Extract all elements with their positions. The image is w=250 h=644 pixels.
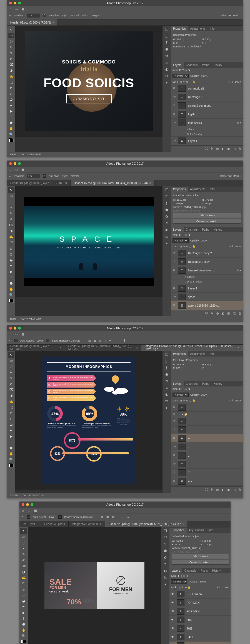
tool-18[interactable]: 🔍 bbox=[8, 132, 14, 137]
tool-13[interactable]: ✒ bbox=[8, 263, 14, 269]
tool-2[interactable]: ◌ bbox=[8, 364, 14, 369]
canvas[interactable]: MODERN INFOGRAPHICS ALorem ipsum dolor s… bbox=[15, 351, 162, 490]
tab-paths[interactable]: Paths bbox=[200, 62, 211, 68]
tool-preset-icon[interactable]: ▭ bbox=[9, 14, 12, 17]
layers-filter[interactable]: Kind◧ T ▭ ◑ bbox=[171, 68, 243, 73]
panel-icon-3[interactable]: ⬢ bbox=[165, 208, 168, 212]
panel-icon-6[interactable]: ◐ bbox=[165, 228, 168, 232]
tool-8[interactable]: ✍ bbox=[8, 73, 14, 79]
edit-contents-button[interactable]: Edit Contents bbox=[173, 213, 241, 218]
tool-3[interactable]: ✂ bbox=[8, 44, 14, 50]
tool-5[interactable]: ✐ bbox=[20, 558, 27, 563]
tool-0[interactable]: ↖ bbox=[20, 528, 27, 534]
visibility-icon[interactable]: 👁 bbox=[172, 304, 176, 307]
tool-8[interactable]: ✍ bbox=[20, 575, 27, 581]
layer-row[interactable]: 👁T... bbox=[171, 443, 243, 451]
tool-1[interactable]: ▭ bbox=[8, 33, 14, 38]
panel-icon-0[interactable]: ❐ bbox=[165, 27, 168, 31]
close-tab-icon[interactable]: × bbox=[52, 21, 54, 24]
layer-row[interactable]: 👁Tfrigilla bbox=[171, 110, 243, 119]
layer-row[interactable]: 👁Thendreit viam dolor ...fx ▾ bbox=[171, 266, 243, 275]
tool-17[interactable]: ✋ bbox=[8, 451, 14, 457]
tab-adjustments[interactable]: Adjustments bbox=[188, 26, 208, 31]
feather-input[interactable] bbox=[27, 14, 40, 17]
panel-icon-7[interactable]: fx bbox=[165, 74, 168, 78]
tool-17[interactable]: ✋ bbox=[20, 627, 27, 633]
color-swatch[interactable] bbox=[8, 463, 14, 468]
layer-row[interactable]: 👁Tsoiicis & commodo bbox=[171, 101, 243, 110]
visibility-icon[interactable]: 👁 bbox=[172, 454, 176, 457]
tool-15[interactable]: T bbox=[8, 114, 14, 120]
panel-icon-3[interactable]: ⬢ bbox=[165, 47, 168, 51]
panel-icon-4[interactable]: ✿ bbox=[165, 379, 168, 383]
autoselect-checkbox[interactable] bbox=[14, 339, 18, 342]
tool-17[interactable]: ✋ bbox=[8, 286, 14, 292]
tool-18[interactable]: 🔍 bbox=[20, 633, 27, 639]
color-swatch[interactable] bbox=[20, 639, 27, 644]
visibility-icon[interactable]: 👁 bbox=[172, 104, 176, 107]
layer-row[interactable]: 👁□Layer 1 bbox=[171, 284, 243, 293]
tool-1[interactable]: ▭ bbox=[8, 358, 14, 363]
tool-11[interactable]: ⬯ bbox=[8, 416, 14, 422]
convert-linked-button[interactable]: Convert to Linked... bbox=[172, 560, 229, 565]
panel-icon-8[interactable]: ● bbox=[166, 406, 168, 410]
panel-icon-6[interactable]: ◐ bbox=[165, 67, 168, 71]
collapsed-panels[interactable]: ❐⬚¶⬢✿≡◐fx● bbox=[161, 527, 169, 644]
visibility-icon[interactable]: 👁 bbox=[171, 592, 174, 596]
tool-15[interactable]: T bbox=[8, 439, 14, 445]
visibility-icon[interactable]: 👁 bbox=[172, 471, 176, 474]
visibility-icon[interactable]: 👁 bbox=[172, 87, 176, 90]
panel-icon-0[interactable]: ❐ bbox=[165, 188, 168, 192]
grid-icon[interactable]: ▦ bbox=[22, 7, 24, 11]
panel-icon-6[interactable]: ◐ bbox=[165, 393, 168, 396]
visibility-icon[interactable]: 👁 bbox=[172, 437, 176, 440]
visibility-icon[interactable]: 👁 bbox=[171, 610, 174, 613]
tool-13[interactable]: ✒ bbox=[20, 604, 27, 610]
doc-tab[interactable]: Header 01.psd @ 100% (RGB/8)× bbox=[7, 19, 58, 26]
visibility-icon[interactable]: 👁 bbox=[171, 601, 174, 604]
layer-row[interactable]: 👁TT bbox=[171, 469, 243, 477]
tool-11[interactable]: ⬯ bbox=[20, 592, 27, 598]
tool-10[interactable]: ⧄ bbox=[8, 410, 14, 416]
tool-7[interactable]: ◑ bbox=[8, 228, 14, 234]
panel-icon-1[interactable]: ⬚ bbox=[165, 195, 168, 198]
layer-row[interactable]: 👁TFOR MEN bbox=[169, 599, 231, 607]
layer-row[interactable]: 👁Tfood soiicisfx ▾ bbox=[171, 119, 243, 127]
layer-row[interactable]: 👁Tspace bbox=[171, 293, 243, 301]
convert-linked-button[interactable]: Convert to Linked... bbox=[173, 219, 241, 224]
panel-icon-8[interactable]: ● bbox=[166, 81, 168, 85]
visibility-icon[interactable]: 👁 bbox=[172, 406, 176, 409]
layer-row[interactable]: 👁🖼Layer 1 bbox=[171, 137, 243, 145]
panel-icon-4[interactable]: ✿ bbox=[165, 54, 168, 58]
layer-row[interactable]: 👁Tcommodo sit bbox=[171, 84, 243, 93]
layer-row[interactable]: 👁▭Rectangle 1 bbox=[171, 93, 243, 101]
panel-icon-5[interactable]: ≡ bbox=[166, 221, 168, 225]
tab-info[interactable]: Info bbox=[208, 26, 217, 31]
layer-row[interactable]: 👁🖼fashion-1866921_1280 bbox=[169, 642, 231, 644]
color-swatch[interactable] bbox=[8, 138, 14, 143]
tool-12[interactable]: ◒ bbox=[8, 97, 14, 102]
tool-9[interactable]: ⬚ bbox=[20, 581, 27, 586]
feather-input[interactable] bbox=[27, 174, 40, 178]
tool-11[interactable]: ⬯ bbox=[8, 91, 14, 96]
panel-icon-0[interactable]: ❐ bbox=[165, 353, 168, 357]
layer-row[interactable]: 👁T30% bbox=[169, 616, 231, 624]
canvas[interactable]: SPACE HENDREIT VIAM DOLOR SOIICIS SOIICI… bbox=[15, 186, 162, 297]
tool-0[interactable]: ↖ bbox=[8, 352, 14, 358]
layer-row[interactable]: 👁TFOR MEN bbox=[169, 607, 231, 616]
layer-row[interactable]: 👁○ bbox=[171, 417, 243, 426]
panel-icon-2[interactable]: ¶ bbox=[166, 41, 168, 45]
tool-6[interactable]: ⌫ bbox=[8, 387, 14, 393]
transform-checkbox[interactable] bbox=[46, 339, 49, 342]
visibility-icon[interactable]: 👁 bbox=[172, 480, 176, 483]
panel-icon-1[interactable]: ⬚ bbox=[165, 34, 168, 38]
panel-icon-7[interactable]: fx bbox=[164, 576, 166, 579]
tool-1[interactable]: ▭ bbox=[20, 534, 27, 540]
layer-row[interactable]: 👁◉ + bbox=[171, 434, 243, 443]
panel-icon-4[interactable]: ✿ bbox=[165, 215, 168, 218]
edit-contents-button[interactable]: Edit Contents bbox=[172, 554, 229, 559]
panel-icon-8[interactable]: ● bbox=[166, 241, 168, 245]
tool-13[interactable]: ✒ bbox=[8, 103, 14, 108]
select-mask-button[interactable]: Select and Mask... bbox=[220, 14, 241, 17]
panel-icon-2[interactable]: ¶ bbox=[164, 542, 166, 546]
